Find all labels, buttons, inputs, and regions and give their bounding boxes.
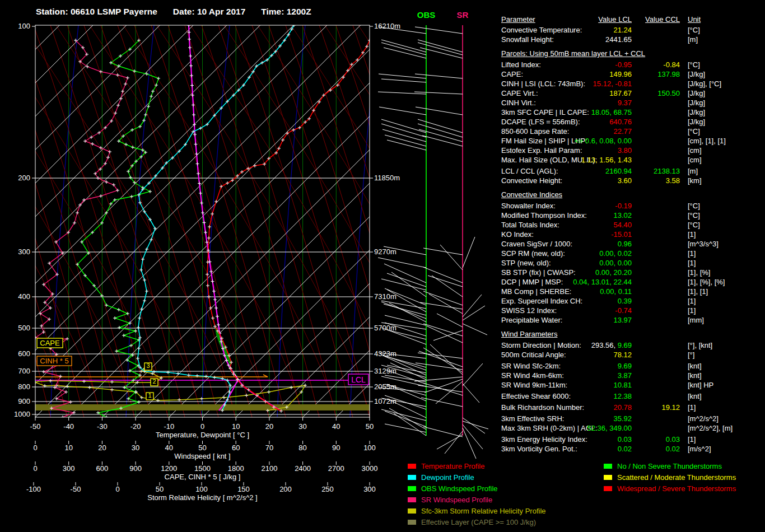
param-label: SCP RM (new, old): xyxy=(501,249,565,258)
table-row: SCP RM (new, old):0.00, 0.02[1] xyxy=(497,249,765,258)
param-label: 850-600 Lapse Rate: xyxy=(501,127,569,136)
value-lcl: <= 0.6, 0.08, 0.00 xyxy=(575,136,632,146)
legend-label: Effective Layer (CAPE >= 100 J/kg) xyxy=(421,518,536,526)
value-lcl: -15.01 xyxy=(611,230,632,239)
value-lcl: 35.92 xyxy=(613,414,632,423)
unit-label: [°C] xyxy=(688,60,700,69)
param-label: Exp. Supercell Index CH: xyxy=(501,297,582,305)
wind-axis-title: Windspeed [ knt ] xyxy=(174,452,230,460)
table-row: 3km SFC CAPE | IL CAPE:18.05, 68.75[J/kg… xyxy=(497,108,765,117)
table-row: Total Totals Index:54.40[°C] xyxy=(497,220,765,230)
cape-axis-title: CAPE, CINH * 5 [ J/kg ] xyxy=(165,473,241,481)
param-label: STP (new, old): xyxy=(501,259,551,267)
legend-item: OBS Windspeed Profile xyxy=(408,483,546,494)
param-label: DCP | MMP | MSP: xyxy=(501,278,563,286)
unit-label: [knt] xyxy=(688,391,702,401)
value-lcl: 0.96 xyxy=(618,239,632,249)
cape-axis-tick-label: 0 xyxy=(33,464,37,473)
cape-axis-tick-label: 3000 xyxy=(362,464,378,473)
temp-axis-tick-label: -30 xyxy=(97,422,108,431)
table-row: MB Comp | SHERBE:0.00, 0.11[1], [1] xyxy=(497,287,765,296)
table-row: 500m Critical Angle:78.12[°] xyxy=(497,350,765,360)
table-row: Bulk Richardson Number:20.7819.12[1] xyxy=(497,403,765,412)
value-lcl: 21.24 xyxy=(613,25,632,35)
legend-swatch-icon xyxy=(408,464,416,469)
table-row: KO Index:-15.01[1] xyxy=(497,230,765,239)
annotation-cinh5: CINH * 5 xyxy=(37,356,72,366)
temp-axis-tick-label: -50 xyxy=(30,422,41,431)
legend-swatch-icon xyxy=(604,464,612,469)
param-label: Craven SigSvr / 1000: xyxy=(501,240,572,248)
legend-label: Sfc-3km Storm Relative Helicity Profile xyxy=(421,507,546,515)
wind-axis-tick-label: 20 xyxy=(98,444,106,452)
param-label: Showalter Index: xyxy=(501,202,556,210)
annotation-1: 1 xyxy=(146,392,153,400)
srh-axis-tick-label: -50 xyxy=(71,485,81,493)
value-lcl: 187.67 xyxy=(609,88,632,98)
table-row: Modified Thompson Index:13.02[°C] xyxy=(497,211,765,220)
unit-label: [°C] xyxy=(688,211,700,220)
table-row: CAPE Virt.:187.67150.50[J/kg] xyxy=(497,88,765,98)
value-lcl: 10.81 xyxy=(613,380,632,390)
param-label: KO Index: xyxy=(501,230,534,239)
effective-layer-band xyxy=(35,404,370,410)
legend-item: Temperature Profile xyxy=(408,460,546,472)
legend-item: Widespread / Severe Thunderstorms xyxy=(604,483,736,494)
svg-text:3: 3 xyxy=(146,362,150,369)
sr-wind-column: SR xyxy=(414,10,488,459)
unit-label: [1], [%], [%] xyxy=(688,277,725,287)
value-lcl: 149.96 xyxy=(609,69,632,79)
param-label: Convective Temperature: xyxy=(501,26,582,34)
table-row: Lifted Index:-0.95-0.84[°C] xyxy=(497,60,765,69)
table-row: Precipitable Water:13.97[mm] xyxy=(497,315,765,325)
cape-axis-tick-label: 2100 xyxy=(261,464,277,473)
param-label: MB Comp | SHERBE: xyxy=(501,287,571,296)
unit-label: [1], [%] xyxy=(688,268,710,277)
value-lcl: 0.03 xyxy=(618,435,632,444)
legend-swatch-icon xyxy=(408,475,416,480)
value-lcl: 3.60 xyxy=(618,176,632,185)
value-lcl: -0.74 xyxy=(615,306,632,315)
param-label: 3km SFC CAPE | IL CAPE: xyxy=(501,108,589,116)
temp-axis-tick-label: 30 xyxy=(298,422,306,431)
col-value-lcl: Value LCL xyxy=(598,15,632,24)
table-row: Exp. Supercell Index CH:0.39[1] xyxy=(497,296,765,306)
param-label: Lifted Index: xyxy=(501,60,541,69)
time-label: Time: 1200Z xyxy=(261,7,311,16)
srh-axis-tick-label: 200 xyxy=(279,485,292,493)
table-row: DCP | MMP | MSP:0.04, 13.01, 22.44[1], [… xyxy=(497,277,765,287)
annotation-2: 2 xyxy=(151,378,158,386)
value-lcl: 9.69 xyxy=(618,361,632,371)
wind-axis-tick-label: 30 xyxy=(132,444,139,452)
temp-axis-tick-label: -40 xyxy=(63,422,74,431)
param-label: SB STP (fix) | CWASP: xyxy=(501,268,576,277)
unit-label: [1], [1] xyxy=(688,287,708,296)
table-section-heading: Parcels: Using 50mB mean layer LCL + CCL xyxy=(497,49,765,58)
cape-axis-tick-label: 900 xyxy=(129,464,142,473)
value-lcl: 2441.65 xyxy=(605,35,632,44)
legend-label: SR Windspeed Profile xyxy=(421,496,492,504)
table-row: SB STP (fix) | CWASP:0.00, 20.20[1], [%] xyxy=(497,268,765,277)
pressure-tick-label: 700 xyxy=(18,367,30,375)
value-lcl: 640.76 xyxy=(609,117,632,127)
temp-axis-tick-label: -20 xyxy=(130,422,141,431)
legend-swatch-icon xyxy=(408,497,416,502)
param-label: Precipitable Water: xyxy=(501,316,562,324)
value-lcl: 13.97 xyxy=(613,315,632,325)
legend-swatch-icon xyxy=(604,475,612,480)
col-value-ccl: Value CCL xyxy=(645,15,680,24)
svg-text:2: 2 xyxy=(152,378,156,385)
page-title: Station: 06610 LSMP PayerneDate: 10 Apr … xyxy=(36,7,327,17)
param-label: Storm Direction | Motion: xyxy=(501,341,581,349)
unit-label: [1] xyxy=(688,249,696,258)
legend-severity: No / Non Severe ThunderstormsScattered /… xyxy=(604,460,736,494)
temp-axis-tick-label: 50 xyxy=(366,422,374,431)
value-lcl: 54.40 xyxy=(613,220,632,230)
table-section-heading: Convective Indices xyxy=(497,190,765,199)
param-label: 3km Energy Helicity Index: xyxy=(501,435,587,444)
unit-label: [1] xyxy=(688,296,696,306)
table-row: Effective Shear 6000:12.38[knt] xyxy=(497,391,765,401)
unit-label: [°C] xyxy=(688,220,700,230)
date-label: Date: 10 Apr 2017 xyxy=(173,7,246,16)
legend-item: Dewpoint Profile xyxy=(408,472,546,483)
